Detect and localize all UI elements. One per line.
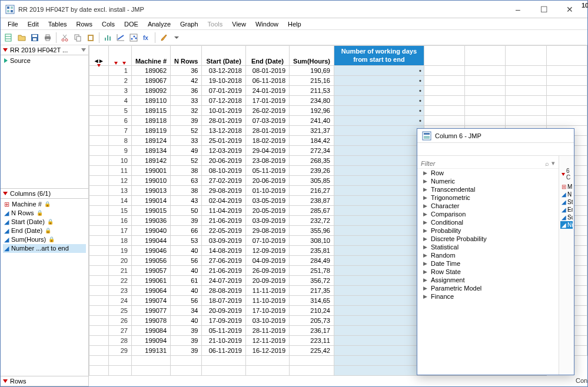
function-category[interactable]: ▶Statistical <box>417 243 559 251</box>
data-cell[interactable]: 03-09-2019 <box>245 216 289 226</box>
row-number[interactable]: 2 <box>109 76 132 86</box>
data-cell[interactable]: 26-09-2019 <box>245 266 289 276</box>
data-cell[interactable]: 199010 <box>131 176 170 186</box>
data-cell[interactable]: 217,35 <box>290 286 334 296</box>
data-cell[interactable]: 21-06-2019 <box>202 266 246 276</box>
data-cell[interactable]: 199077 <box>131 306 170 316</box>
table-row[interactable]: 61891183928-01-201907-03-2019241,40• <box>89 116 587 126</box>
row-number[interactable]: 14 <box>109 196 132 206</box>
empty-cell[interactable] <box>424 96 464 106</box>
empty-cell[interactable] <box>424 116 464 126</box>
toolbar-copy-icon[interactable] <box>72 32 84 44</box>
rows-panel-header[interactable]: Rows <box>1 376 88 386</box>
toolbar-dropdown-icon[interactable] <box>171 32 182 44</box>
data-cell[interactable]: 40 <box>171 316 202 326</box>
data-cell[interactable]: 21-10-2019 <box>202 336 246 346</box>
data-cell[interactable]: 49 <box>171 146 202 156</box>
data-cell[interactable]: 199015 <box>131 206 170 216</box>
data-cell[interactable]: 17-01-2019 <box>245 96 289 106</box>
data-cell[interactable]: 216,27 <box>290 186 334 196</box>
row-state-cell[interactable] <box>89 346 109 356</box>
columns-panel-header[interactable]: Columns (6/1) <box>1 188 88 199</box>
data-cell[interactable]: 52 <box>171 126 202 136</box>
data-cell[interactable]: 184,42 <box>290 136 334 146</box>
data-cell[interactable]: 53 <box>171 236 202 246</box>
row-state-cell[interactable] <box>89 136 109 146</box>
data-cell[interactable]: 199057 <box>131 266 170 276</box>
minimize-button[interactable]: – <box>505 1 531 18</box>
empty-cell[interactable] <box>465 116 506 126</box>
empty-cell[interactable] <box>465 106 506 116</box>
row-state-cell[interactable] <box>89 256 109 266</box>
formula-cell[interactable]: • <box>334 246 424 256</box>
maximize-button[interactable]: ☐ <box>531 1 557 18</box>
menu-window[interactable]: Window <box>251 19 283 29</box>
function-category[interactable]: ▶Finance <box>417 292 559 301</box>
data-cell[interactable]: 235,81 <box>290 246 334 256</box>
row-state-cell[interactable] <box>89 206 109 216</box>
data-cell[interactable]: 20-06-2019 <box>245 176 289 186</box>
column-header[interactable]: Machine # <box>131 46 170 66</box>
data-cell[interactable]: 199061 <box>131 276 170 286</box>
column-item[interactable]: ◢N Rows🔒 <box>3 209 86 218</box>
disclosure-icon[interactable] <box>3 48 8 52</box>
data-cell[interactable]: 26-02-2019 <box>245 106 289 116</box>
data-cell[interactable]: 42 <box>171 76 202 86</box>
row-number[interactable]: 26 <box>109 316 132 326</box>
empty-column-header[interactable] <box>506 46 546 66</box>
data-cell[interactable]: 63 <box>171 176 202 186</box>
formula-cell[interactable]: • <box>334 136 424 146</box>
close-button[interactable]: ✕ <box>557 1 583 18</box>
formula-cell[interactable]: • <box>334 196 424 206</box>
nav-corner[interactable]: ◂▸ <box>89 46 109 66</box>
row-number[interactable]: 19 <box>109 246 132 256</box>
data-cell[interactable]: 17-09-2019 <box>202 316 246 326</box>
data-cell[interactable]: 56 <box>171 296 202 306</box>
row-state-cell[interactable] <box>89 226 109 236</box>
function-category[interactable]: ▶Random <box>417 251 559 259</box>
data-cell[interactable]: 232,72 <box>290 216 334 226</box>
toolbar-save-icon[interactable] <box>29 32 41 44</box>
data-cell[interactable]: 03-10-2019 <box>245 316 289 326</box>
row-state-cell[interactable] <box>89 186 109 196</box>
data-cell[interactable]: 28-11-2019 <box>245 326 289 336</box>
column-chip[interactable]: ◢St <box>560 198 573 206</box>
data-cell[interactable]: 211,53 <box>290 86 334 96</box>
data-cell[interactable]: 199040 <box>131 226 170 236</box>
data-cell[interactable]: 12-03-2019 <box>202 146 246 156</box>
data-cell[interactable]: 268,35 <box>290 156 334 166</box>
formula-cell[interactable]: • <box>334 126 424 136</box>
empty-cell[interactable] <box>334 356 424 366</box>
row-state-cell[interactable] <box>89 236 109 246</box>
toolbar-paste-icon[interactable] <box>85 32 97 44</box>
data-cell[interactable]: 20-09-2019 <box>202 306 246 316</box>
data-cell[interactable]: 20-05-2019 <box>245 206 289 216</box>
menu-analyze[interactable]: Analyze <box>143 19 175 29</box>
data-cell[interactable]: 50 <box>171 206 202 216</box>
toolbar-new-table-icon[interactable] <box>3 32 15 44</box>
row-number[interactable]: 21 <box>109 266 132 276</box>
row-number[interactable]: 10 <box>109 156 132 166</box>
row-state-cell[interactable] <box>89 166 109 176</box>
row-state-cell[interactable] <box>89 116 109 126</box>
row-number[interactable]: 20 <box>109 256 132 266</box>
data-cell[interactable]: 356,72 <box>290 276 334 286</box>
column-header[interactable]: Sum(Hours) <box>290 46 334 66</box>
row-number[interactable]: 12 <box>109 176 132 186</box>
row-number[interactable]: 22 <box>109 276 132 286</box>
data-cell[interactable]: 199036 <box>131 216 170 226</box>
data-cell[interactable]: 07-01-2019 <box>202 86 246 96</box>
data-cell[interactable]: 189119 <box>131 126 170 136</box>
data-cell[interactable]: 18-02-2019 <box>245 136 289 146</box>
data-cell[interactable]: 39 <box>171 216 202 226</box>
menu-rows[interactable]: Rows <box>72 19 98 29</box>
data-cell[interactable]: 61 <box>171 276 202 286</box>
data-cell[interactable]: 27-06-2019 <box>202 256 246 266</box>
data-cell[interactable]: 205,73 <box>290 316 334 326</box>
empty-cell[interactable] <box>245 356 289 366</box>
data-cell[interactable]: 24-07-2019 <box>202 276 246 286</box>
menu-view[interactable]: View <box>227 19 251 29</box>
row-state-cell[interactable] <box>89 246 109 256</box>
function-category[interactable]: ▶Date Time <box>417 259 559 268</box>
data-cell[interactable]: 06-11-2018 <box>245 76 289 86</box>
